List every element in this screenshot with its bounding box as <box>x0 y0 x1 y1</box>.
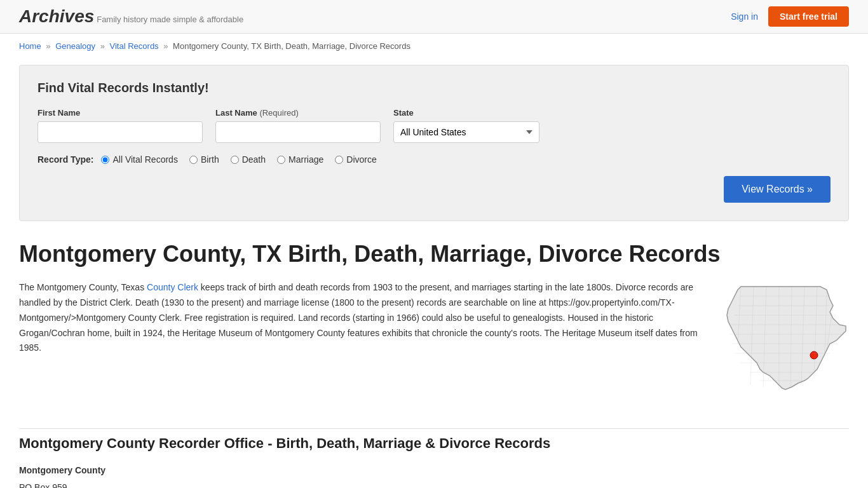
state-select[interactable]: All United States Alabama Alaska Arizona… <box>393 121 539 143</box>
sign-in-link[interactable]: Sign in <box>731 11 758 22</box>
address-line1: PO Box 959 <box>19 482 67 488</box>
radio-birth-input[interactable] <box>189 156 198 164</box>
breadcrumb-current: Montgomery County, TX Birth, Death, Marr… <box>173 41 410 51</box>
text-content: The Montgomery County, Texas County Cler… <box>19 280 703 409</box>
search-box: Find Vital Records Instantly! First Name… <box>19 65 849 221</box>
search-fields: First Name Last Name (Required) State Al… <box>37 108 831 143</box>
page-title: Montgomery County, TX Birth, Death, Marr… <box>19 240 849 268</box>
logo: Archives Family history made simple & af… <box>19 6 243 27</box>
radio-all-vital[interactable]: All Vital Records <box>101 154 177 165</box>
header: Archives Family history made simple & af… <box>0 0 868 34</box>
header-tagline: Family history made simple & affordable <box>97 15 243 24</box>
content-area: The Montgomery County, Texas County Cler… <box>19 280 849 409</box>
desc-text-before: The Montgomery County, Texas <box>19 282 147 292</box>
radio-birth[interactable]: Birth <box>189 154 219 165</box>
radio-divorce-input[interactable] <box>335 156 343 164</box>
first-name-label: First Name <box>37 108 203 118</box>
last-name-group: Last Name (Required) <box>215 108 381 143</box>
state-group: State All United States Alabama Alaska A… <box>393 108 539 143</box>
first-name-input[interactable] <box>37 121 203 143</box>
breadcrumb-sep-3: » <box>163 41 168 51</box>
county-name: Montgomery County <box>19 465 105 475</box>
start-trial-button[interactable]: Start free trial <box>768 6 849 27</box>
recorder-title: Montgomery County Recorder Office - Birt… <box>19 428 849 452</box>
record-type-row: Record Type: All Vital Records Birth Dea… <box>37 154 831 165</box>
desc-text-after: keeps track of birth and death records f… <box>19 282 698 353</box>
breadcrumb: Home » Genealogy » Vital Records » Montg… <box>0 34 868 58</box>
radio-divorce[interactable]: Divorce <box>335 154 376 165</box>
county-info: Montgomery County PO Box 959 Conroe, TX … <box>19 462 849 488</box>
archives-logo: Archives <box>19 6 94 26</box>
radio-marriage-input[interactable] <box>277 156 285 164</box>
main-content: Find Vital Records Instantly! First Name… <box>0 58 868 488</box>
search-title: Find Vital Records Instantly! <box>37 81 831 95</box>
view-records-button[interactable]: View Records » <box>724 176 831 203</box>
radio-death[interactable]: Death <box>231 154 266 165</box>
breadcrumb-home[interactable]: Home <box>19 41 41 51</box>
state-label: State <box>393 108 539 118</box>
radio-marriage[interactable]: Marriage <box>277 154 323 165</box>
record-type-label: Record Type: <box>37 154 93 165</box>
description-paragraph: The Montgomery County, Texas County Cler… <box>19 280 703 356</box>
county-clerk-link[interactable]: County Clerk <box>147 282 198 292</box>
breadcrumb-sep-1: » <box>46 41 50 51</box>
radio-all-vital-input[interactable] <box>101 156 109 164</box>
header-right: Sign in Start free trial <box>731 6 849 27</box>
map-container <box>722 280 849 409</box>
breadcrumb-vital-records[interactable]: Vital Records <box>110 41 159 51</box>
first-name-group: First Name <box>37 108 203 143</box>
header-left: Archives Family history made simple & af… <box>19 6 243 27</box>
radio-death-input[interactable] <box>231 156 239 164</box>
last-name-input[interactable] <box>215 121 381 143</box>
breadcrumb-sep-2: » <box>100 41 105 51</box>
county-marker <box>810 351 818 359</box>
recorder-section: Montgomery County Recorder Office - Birt… <box>19 428 849 488</box>
texas-map-svg <box>722 280 849 407</box>
breadcrumb-genealogy[interactable]: Genealogy <box>55 41 95 51</box>
record-type-radio-group: All Vital Records Birth Death Marriage D… <box>101 154 376 165</box>
last-name-label: Last Name (Required) <box>215 108 381 118</box>
